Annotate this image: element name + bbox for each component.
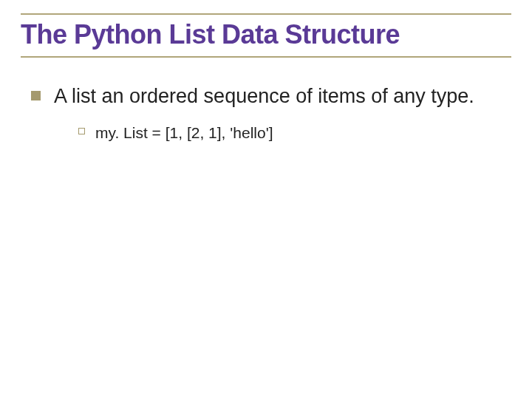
bullet-level1: A list an ordered sequence of items of a… — [31, 84, 511, 109]
square-bullet-icon — [31, 91, 41, 100]
bullet-level2-text: my. List = [1, [2, 1], 'hello'] — [95, 123, 273, 143]
square-outline-bullet-icon — [78, 128, 85, 134]
bullet-level2: my. List = [1, [2, 1], 'hello'] — [78, 123, 511, 143]
title-container: The Python List Data Structure — [21, 13, 511, 58]
bullet-level1-text: A list an ordered sequence of items of a… — [54, 84, 474, 109]
slide-title: The Python List Data Structure — [21, 19, 511, 50]
